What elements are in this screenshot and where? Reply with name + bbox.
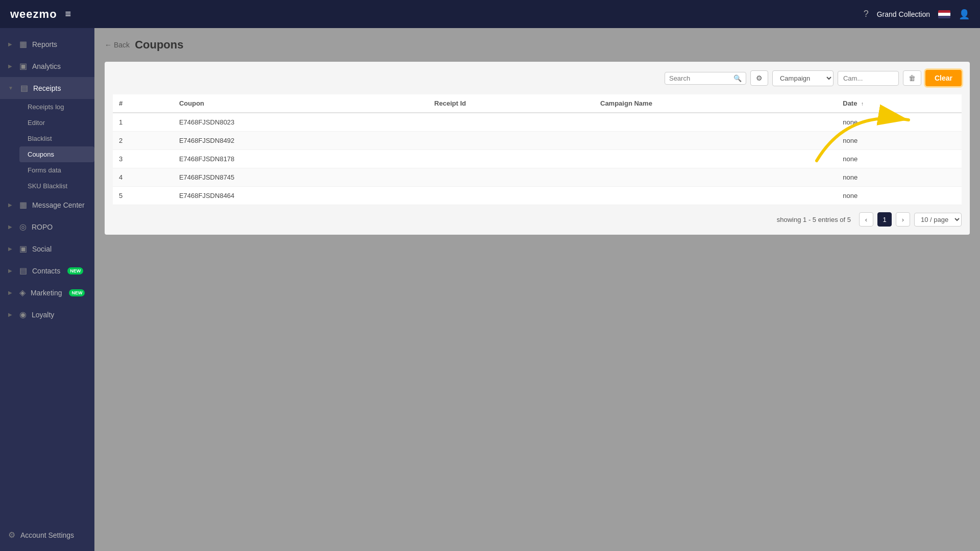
campaign-select[interactable]: Campaign: [772, 70, 834, 86]
pagination: showing 1 - 5 entries of 5 ‹ 1 › 10 / pa…: [113, 212, 962, 227]
cell-date: none: [837, 150, 962, 168]
cell-date: none: [837, 132, 962, 150]
table-body: 1 E7468FJSDN8023 none 2 E7468FJSDN8492 n…: [113, 113, 962, 205]
search-box: 🔍: [665, 72, 746, 85]
page-1-button[interactable]: 1: [877, 212, 892, 227]
sort-arrow-icon: ↑: [861, 101, 864, 107]
cell-date: none: [837, 168, 962, 187]
topbar-right: ? Grand Collection 👤: [864, 9, 970, 20]
table-row: 4 E7468FJSDN8745 none: [113, 168, 962, 187]
cell-num: 3: [113, 150, 173, 168]
sidebar-item-label-social: Social: [32, 245, 52, 253]
sidebar-sub-forms-data[interactable]: Forms data: [19, 162, 94, 178]
cell-num: 1: [113, 113, 173, 132]
pagination-info: showing 1 - 5 entries of 5: [777, 216, 851, 223]
cell-num: 2: [113, 132, 173, 150]
cell-receipt-id: [428, 168, 594, 187]
hamburger-icon[interactable]: ≡: [65, 8, 71, 20]
cell-campaign-name: [594, 132, 837, 150]
reports-arrow: ▶: [8, 41, 12, 47]
receipts-icon: ▤: [20, 83, 28, 93]
col-campaign-name: Campaign Name: [594, 94, 837, 113]
topbar: weezmo ≡ ? Grand Collection 👤: [0, 0, 980, 28]
table-row: 3 E7468FJSDN8178 none: [113, 150, 962, 168]
cell-campaign-name: [594, 150, 837, 168]
contacts-icon: ▤: [19, 266, 27, 276]
sidebar-sub-receipts-log[interactable]: Receipts log: [19, 99, 94, 115]
filter-toggle-button[interactable]: ⚙: [750, 70, 768, 86]
sidebar-item-label-contacts: Contacts: [32, 267, 60, 275]
cell-receipt-id: [428, 187, 594, 205]
col-date[interactable]: Date ↑: [837, 94, 962, 113]
sidebar-item-marketing[interactable]: ▶ ◈ Marketing NEW: [0, 282, 94, 304]
sidebar-item-label-account-settings: Account Settings: [20, 531, 74, 539]
sidebar-sub-blacklist[interactable]: Blacklist: [19, 131, 94, 146]
cell-coupon: E7468FJSDN8023: [173, 113, 428, 132]
loyalty-icon: ◉: [19, 310, 27, 319]
cell-coupon: E7468FJSDN8464: [173, 187, 428, 205]
contacts-new-badge: NEW: [67, 267, 83, 274]
sidebar-sub-coupons[interactable]: Coupons: [19, 146, 94, 162]
cell-campaign-name: [594, 113, 837, 132]
contacts-arrow: ▶: [8, 268, 12, 273]
sidebar-item-label-reports: Reports: [32, 40, 57, 48]
brand-label: Grand Collection: [877, 10, 930, 18]
sidebar-sub-editor[interactable]: Editor: [19, 115, 94, 131]
cell-coupon: E7468FJSDN8492: [173, 132, 428, 150]
sidebar-item-label-marketing: Marketing: [31, 289, 62, 297]
table-row: 5 E7468FJSDN8464 none: [113, 187, 962, 205]
coupons-table: # Coupon Receipt Id Campaign Name Date ↑…: [113, 94, 962, 205]
search-icon: 🔍: [733, 74, 742, 82]
search-input[interactable]: [669, 74, 730, 82]
account-settings-icon: ⚙: [8, 530, 15, 540]
cell-coupon: E7468FJSDN8178: [173, 150, 428, 168]
marketing-icon: ◈: [19, 288, 26, 297]
marketing-new-badge: NEW: [69, 289, 85, 296]
table-header: # Coupon Receipt Id Campaign Name Date ↑: [113, 94, 962, 113]
sidebar-item-account-settings[interactable]: ⚙ Account Settings: [0, 524, 94, 546]
prev-page-button[interactable]: ‹: [859, 212, 873, 227]
date-label: Date: [843, 99, 857, 107]
next-page-button[interactable]: ›: [896, 212, 910, 227]
sidebar-sub-sku-blacklist[interactable]: SKU Blacklist: [19, 178, 94, 194]
sidebar-item-label-loyalty: Loyalty: [32, 311, 54, 319]
cell-campaign-name: [594, 187, 837, 205]
main-layout: ▶ ▦ Reports ▶ ▣ Analytics ▼ ▤ Receipts R…: [0, 28, 980, 551]
cell-date: none: [837, 113, 962, 132]
sidebar-item-label-receipts: Receipts: [33, 84, 61, 92]
page-title: Coupons: [135, 38, 183, 52]
delete-button[interactable]: 🗑: [903, 70, 921, 86]
table-row: 1 E7468FJSDN8023 none: [113, 113, 962, 132]
sidebar-item-message-center[interactable]: ▶ ▦ Message Center: [0, 194, 94, 216]
ropo-arrow: ▶: [8, 224, 12, 230]
sidebar-item-ropo[interactable]: ▶ ◎ ROPO: [0, 216, 94, 238]
col-num: #: [113, 94, 173, 113]
cell-receipt-id: [428, 150, 594, 168]
sidebar-item-loyalty[interactable]: ▶ ◉ Loyalty: [0, 304, 94, 325]
sidebar-item-receipts[interactable]: ▼ ▤ Receipts: [0, 77, 94, 99]
flag-icon: [938, 10, 950, 18]
sidebar-item-reports[interactable]: ▶ ▦ Reports: [0, 33, 94, 55]
sidebar-item-social[interactable]: ▶ ▣ Social: [0, 238, 94, 260]
sidebar-item-contacts[interactable]: ▶ ▤ Contacts NEW: [0, 260, 94, 282]
sidebar: ▶ ▦ Reports ▶ ▣ Analytics ▼ ▤ Receipts R…: [0, 28, 94, 551]
per-page-select[interactable]: 10 / page: [914, 213, 962, 227]
cell-date: none: [837, 187, 962, 205]
user-icon[interactable]: 👤: [959, 9, 970, 20]
analytics-icon: ▣: [19, 61, 27, 71]
cell-num: 4: [113, 168, 173, 187]
marketing-arrow: ▶: [8, 290, 12, 295]
sidebar-item-label-ropo: ROPO: [32, 223, 53, 231]
campaign-input[interactable]: [838, 71, 899, 86]
clear-button[interactable]: Clear: [925, 70, 962, 86]
sidebar-item-analytics[interactable]: ▶ ▣ Analytics: [0, 55, 94, 77]
social-arrow: ▶: [8, 246, 12, 252]
col-coupon: Coupon: [173, 94, 428, 113]
logo: weezmo: [10, 8, 57, 21]
reports-icon: ▦: [19, 39, 27, 49]
help-icon[interactable]: ?: [864, 9, 869, 19]
page-header: ← Back Coupons: [105, 38, 970, 52]
cell-receipt-id: [428, 132, 594, 150]
sidebar-item-label-analytics: Analytics: [32, 62, 61, 70]
back-button[interactable]: ← Back: [105, 41, 130, 49]
